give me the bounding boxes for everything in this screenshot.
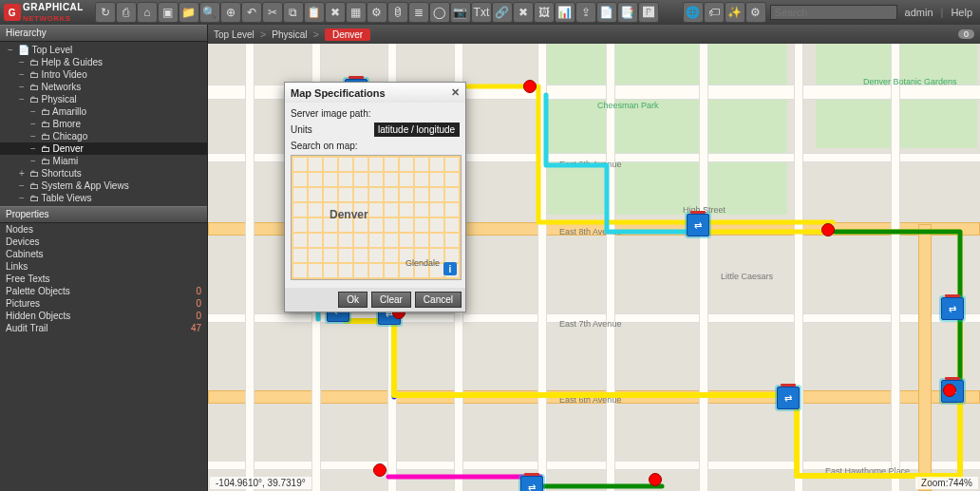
map-node-7[interactable]: ⇄ [941, 297, 964, 320]
chart-icon[interactable]: 📊 [555, 2, 575, 23]
info-icon[interactable]: i [443, 262, 457, 275]
park-cheesman [540, 44, 787, 215]
tree-item-networks[interactable]: − 🗀 Networks [0, 81, 207, 93]
close-icon[interactable]: ✕ [451, 86, 460, 99]
dialog-title: Map Specifications [291, 87, 386, 99]
db-icon[interactable]: 🛢 [387, 2, 408, 23]
search-input[interactable] [770, 5, 897, 20]
map-node-6[interactable]: ⇄ [777, 387, 800, 409]
right-tools: 🌐🏷✨⚙ admin | Help [683, 2, 976, 23]
undo-icon[interactable]: ↶ [241, 2, 262, 23]
dialog-header[interactable]: Map Specifications ✕ [285, 83, 465, 103]
circle-icon[interactable]: ◯ [429, 2, 450, 23]
tree-item-table-views[interactable]: − 🗀 Table Views [0, 192, 207, 204]
tag-icon[interactable]: 🏷 [704, 2, 725, 23]
tree-item-bmore[interactable]: − 🗀 Bmore [0, 118, 207, 130]
breadcrumb-bar: Top Level > Physical > Denver 0 [208, 25, 980, 44]
hierarchy-tree[interactable]: − 📄 Top Level− 🗀 Help & Guides− 🗀 Intro … [0, 42, 207, 206]
prop-hidden-objects[interactable]: Hidden Objects0 [0, 310, 207, 322]
folder-icon[interactable]: 📁 [179, 2, 199, 23]
copy-icon[interactable]: ⧉ [283, 2, 304, 23]
admin-link[interactable]: admin [901, 7, 937, 18]
clear-button[interactable]: Clear [371, 292, 411, 308]
crumb-count: 0 [958, 29, 974, 39]
map-dot-5[interactable] [821, 223, 835, 236]
cut-icon[interactable]: ✂ [262, 2, 283, 23]
pdf-icon[interactable]: 🅿 [638, 2, 659, 23]
prop-palette-objects[interactable]: Palette Objects0 [0, 285, 207, 297]
tree-item-intro-video[interactable]: − 🗀 Intro Video [0, 68, 207, 81]
map-node-4[interactable]: ⇄ [520, 476, 543, 491]
street-7th [208, 314, 980, 322]
map-node-5[interactable]: ⇄ [687, 214, 709, 236]
map-dot-6[interactable] [943, 384, 956, 397]
map-dot-3[interactable] [373, 463, 386, 477]
text-icon[interactable]: Txt [471, 2, 492, 23]
tree-item-top-level[interactable]: − 📄 Top Level [0, 44, 207, 56]
crumb-physical[interactable]: Physical [272, 29, 307, 40]
window-icon[interactable]: ▣ [158, 2, 179, 23]
close-icon[interactable]: ✖ [513, 2, 534, 23]
mini-map-label: Denver [330, 208, 368, 221]
tree-item-amarillo[interactable]: − 🗀 Amarillo [0, 105, 207, 118]
tree-item-shortcuts[interactable]: + 🗀 Shortcuts [0, 167, 207, 179]
cancel-button[interactable]: Cancel [415, 292, 462, 308]
units-label: Units [291, 124, 374, 135]
crumb-denver[interactable]: Denver [325, 28, 370, 41]
street-v9 [892, 44, 899, 491]
help-link[interactable]: Help [947, 7, 976, 18]
search-map-label: Search on map: [291, 141, 374, 151]
map-dot-0[interactable] [523, 80, 537, 93]
prop-links[interactable]: Links [0, 260, 207, 273]
home-icon[interactable]: ⌂ [137, 2, 158, 23]
grid-icon[interactable]: ▦ [346, 2, 367, 23]
doc2-icon[interactable]: 📑 [617, 2, 638, 23]
zoom-label: Zoom:744% [915, 477, 978, 489]
street-v8 [795, 44, 802, 491]
layers-icon[interactable]: ≣ [408, 2, 429, 23]
search-icon[interactable]: 🔍 [199, 2, 220, 23]
logo-mark: G [4, 4, 21, 21]
globe-icon[interactable]: 🌐 [683, 2, 704, 23]
tree-item-chicago[interactable]: − 🗀 Chicago [0, 130, 207, 142]
street-v7 [700, 44, 707, 491]
map-area[interactable]: Top Level > Physical > Denver 0 [208, 25, 980, 491]
export-icon[interactable]: ⇪ [575, 2, 596, 23]
doc-icon[interactable]: 📄 [596, 2, 617, 23]
link-icon[interactable]: 🔗 [492, 2, 513, 23]
tree-item-physical[interactable]: − 🗀 Physical [0, 93, 207, 105]
crumb-top[interactable]: Top Level [214, 29, 254, 40]
refresh-icon[interactable]: ↻ [95, 2, 116, 23]
tree-item-help-guides[interactable]: − 🗀 Help & Guides [0, 56, 207, 68]
prop-nodes[interactable]: Nodes [0, 223, 207, 236]
status-coordinates: -104.9610°, 39.7319° [210, 477, 311, 489]
image-icon[interactable]: 🖼 [534, 2, 555, 23]
map-spec-dialog[interactable]: Map Specifications ✕ Server image path: … [284, 82, 466, 312]
app-logo: G GRAPHICAL NETWORKS [4, 2, 84, 23]
street-v-big [918, 224, 932, 491]
prop-free-texts[interactable]: Free Texts [0, 273, 207, 285]
paste-icon[interactable]: 📋 [304, 2, 325, 23]
logo-text-top: GRAPHICAL [23, 2, 84, 12]
prop-audit-trail[interactable]: Audit Trail47 [0, 322, 207, 334]
properties-title: Properties [0, 206, 207, 223]
gear-icon[interactable]: ⚙ [745, 2, 766, 23]
prop-pictures[interactable]: Pictures0 [0, 297, 207, 310]
settings-icon[interactable]: ⚙ [367, 2, 387, 23]
map-dot-4[interactable] [649, 473, 662, 486]
server-image-label: Server image path: [291, 108, 374, 119]
prop-devices[interactable]: Devices [0, 236, 207, 248]
ok-button[interactable]: Ok [338, 292, 368, 308]
delete-icon[interactable]: ✖ [325, 2, 346, 23]
lbl-caesars: Little Caesars [721, 272, 773, 281]
camera-icon[interactable]: 📷 [450, 2, 471, 23]
tree-item-denver[interactable]: − 🗀 Denver [0, 142, 207, 155]
tree-item-miami[interactable]: − 🗀 Miami [0, 155, 207, 167]
zoom-in-icon[interactable]: ⊕ [220, 2, 241, 23]
prop-cabinets[interactable]: Cabinets [0, 248, 207, 260]
mini-map[interactable]: Denver Glendale i [291, 155, 462, 280]
print-icon[interactable]: ⎙ [116, 2, 137, 23]
wand-icon[interactable]: ✨ [725, 2, 745, 23]
units-value[interactable]: latitude / longitude [374, 123, 460, 137]
tree-item-system-app-views[interactable]: − 🗀 System & App Views [0, 179, 207, 192]
